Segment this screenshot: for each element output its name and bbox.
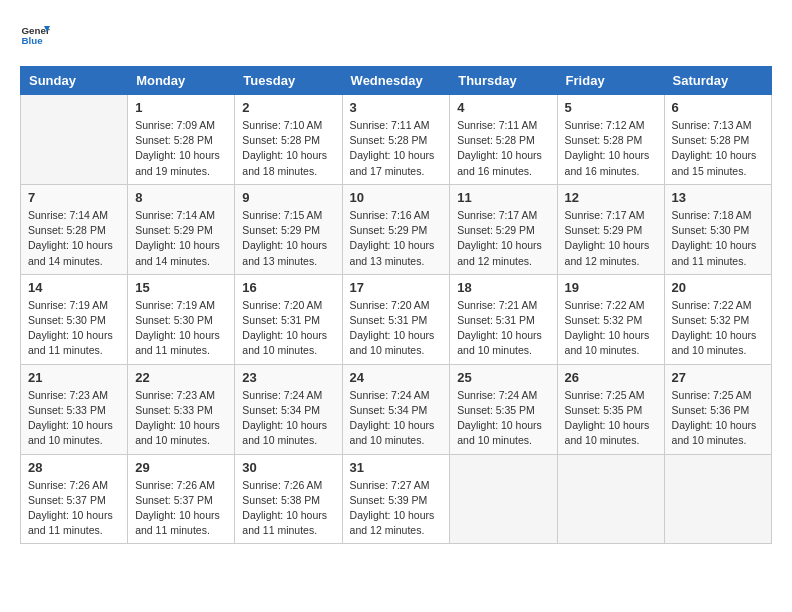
calendar-cell: 23Sunrise: 7:24 AMSunset: 5:34 PMDayligh… <box>235 364 342 454</box>
day-number: 25 <box>457 370 549 385</box>
calendar-cell: 21Sunrise: 7:23 AMSunset: 5:33 PMDayligh… <box>21 364 128 454</box>
calendar-cell: 2Sunrise: 7:10 AMSunset: 5:28 PMDaylight… <box>235 95 342 185</box>
day-info: Sunrise: 7:22 AMSunset: 5:32 PMDaylight:… <box>565 298 657 359</box>
day-info: Sunrise: 7:26 AMSunset: 5:38 PMDaylight:… <box>242 478 334 539</box>
calendar-week-row: 28Sunrise: 7:26 AMSunset: 5:37 PMDayligh… <box>21 454 772 544</box>
day-number: 4 <box>457 100 549 115</box>
day-number: 29 <box>135 460 227 475</box>
day-header-wednesday: Wednesday <box>342 67 450 95</box>
day-info: Sunrise: 7:17 AMSunset: 5:29 PMDaylight:… <box>565 208 657 269</box>
day-info: Sunrise: 7:19 AMSunset: 5:30 PMDaylight:… <box>135 298 227 359</box>
calendar-cell: 27Sunrise: 7:25 AMSunset: 5:36 PMDayligh… <box>664 364 771 454</box>
logo-icon: General Blue <box>20 20 50 50</box>
day-info: Sunrise: 7:21 AMSunset: 5:31 PMDaylight:… <box>457 298 549 359</box>
day-number: 19 <box>565 280 657 295</box>
day-number: 24 <box>350 370 443 385</box>
calendar-cell: 8Sunrise: 7:14 AMSunset: 5:29 PMDaylight… <box>128 184 235 274</box>
calendar-cell: 14Sunrise: 7:19 AMSunset: 5:30 PMDayligh… <box>21 274 128 364</box>
logo: General Blue <box>20 20 50 50</box>
day-info: Sunrise: 7:26 AMSunset: 5:37 PMDaylight:… <box>135 478 227 539</box>
day-number: 1 <box>135 100 227 115</box>
calendar-cell: 10Sunrise: 7:16 AMSunset: 5:29 PMDayligh… <box>342 184 450 274</box>
day-number: 10 <box>350 190 443 205</box>
day-number: 6 <box>672 100 764 115</box>
day-info: Sunrise: 7:11 AMSunset: 5:28 PMDaylight:… <box>350 118 443 179</box>
day-number: 26 <box>565 370 657 385</box>
day-number: 11 <box>457 190 549 205</box>
day-info: Sunrise: 7:26 AMSunset: 5:37 PMDaylight:… <box>28 478 120 539</box>
calendar-cell: 12Sunrise: 7:17 AMSunset: 5:29 PMDayligh… <box>557 184 664 274</box>
calendar-cell: 6Sunrise: 7:13 AMSunset: 5:28 PMDaylight… <box>664 95 771 185</box>
day-info: Sunrise: 7:25 AMSunset: 5:35 PMDaylight:… <box>565 388 657 449</box>
calendar-cell: 7Sunrise: 7:14 AMSunset: 5:28 PMDaylight… <box>21 184 128 274</box>
day-info: Sunrise: 7:10 AMSunset: 5:28 PMDaylight:… <box>242 118 334 179</box>
calendar-week-row: 7Sunrise: 7:14 AMSunset: 5:28 PMDaylight… <box>21 184 772 274</box>
day-info: Sunrise: 7:13 AMSunset: 5:28 PMDaylight:… <box>672 118 764 179</box>
calendar-cell: 17Sunrise: 7:20 AMSunset: 5:31 PMDayligh… <box>342 274 450 364</box>
calendar-cell: 25Sunrise: 7:24 AMSunset: 5:35 PMDayligh… <box>450 364 557 454</box>
calendar-cell: 30Sunrise: 7:26 AMSunset: 5:38 PMDayligh… <box>235 454 342 544</box>
day-number: 3 <box>350 100 443 115</box>
day-info: Sunrise: 7:24 AMSunset: 5:34 PMDaylight:… <box>350 388 443 449</box>
day-info: Sunrise: 7:17 AMSunset: 5:29 PMDaylight:… <box>457 208 549 269</box>
calendar-cell: 13Sunrise: 7:18 AMSunset: 5:30 PMDayligh… <box>664 184 771 274</box>
calendar-cell: 11Sunrise: 7:17 AMSunset: 5:29 PMDayligh… <box>450 184 557 274</box>
calendar-cell: 16Sunrise: 7:20 AMSunset: 5:31 PMDayligh… <box>235 274 342 364</box>
calendar-cell: 19Sunrise: 7:22 AMSunset: 5:32 PMDayligh… <box>557 274 664 364</box>
page-header: General Blue <box>20 20 772 50</box>
calendar-cell <box>21 95 128 185</box>
day-info: Sunrise: 7:14 AMSunset: 5:28 PMDaylight:… <box>28 208 120 269</box>
calendar-cell <box>557 454 664 544</box>
day-info: Sunrise: 7:15 AMSunset: 5:29 PMDaylight:… <box>242 208 334 269</box>
day-number: 22 <box>135 370 227 385</box>
day-info: Sunrise: 7:27 AMSunset: 5:39 PMDaylight:… <box>350 478 443 539</box>
calendar-header-row: SundayMondayTuesdayWednesdayThursdayFrid… <box>21 67 772 95</box>
day-info: Sunrise: 7:22 AMSunset: 5:32 PMDaylight:… <box>672 298 764 359</box>
day-info: Sunrise: 7:14 AMSunset: 5:29 PMDaylight:… <box>135 208 227 269</box>
day-number: 21 <box>28 370 120 385</box>
calendar-cell <box>450 454 557 544</box>
calendar-cell <box>664 454 771 544</box>
day-info: Sunrise: 7:11 AMSunset: 5:28 PMDaylight:… <box>457 118 549 179</box>
day-info: Sunrise: 7:20 AMSunset: 5:31 PMDaylight:… <box>350 298 443 359</box>
calendar-cell: 1Sunrise: 7:09 AMSunset: 5:28 PMDaylight… <box>128 95 235 185</box>
calendar-cell: 3Sunrise: 7:11 AMSunset: 5:28 PMDaylight… <box>342 95 450 185</box>
calendar-cell: 28Sunrise: 7:26 AMSunset: 5:37 PMDayligh… <box>21 454 128 544</box>
day-number: 2 <box>242 100 334 115</box>
day-info: Sunrise: 7:20 AMSunset: 5:31 PMDaylight:… <box>242 298 334 359</box>
calendar-week-row: 14Sunrise: 7:19 AMSunset: 5:30 PMDayligh… <box>21 274 772 364</box>
calendar-cell: 4Sunrise: 7:11 AMSunset: 5:28 PMDaylight… <box>450 95 557 185</box>
day-number: 18 <box>457 280 549 295</box>
day-number: 8 <box>135 190 227 205</box>
day-info: Sunrise: 7:18 AMSunset: 5:30 PMDaylight:… <box>672 208 764 269</box>
calendar-cell: 18Sunrise: 7:21 AMSunset: 5:31 PMDayligh… <box>450 274 557 364</box>
day-number: 15 <box>135 280 227 295</box>
svg-text:Blue: Blue <box>22 35 44 46</box>
calendar-cell: 9Sunrise: 7:15 AMSunset: 5:29 PMDaylight… <box>235 184 342 274</box>
calendar-cell: 24Sunrise: 7:24 AMSunset: 5:34 PMDayligh… <box>342 364 450 454</box>
day-number: 23 <box>242 370 334 385</box>
day-number: 7 <box>28 190 120 205</box>
day-header-thursday: Thursday <box>450 67 557 95</box>
day-number: 31 <box>350 460 443 475</box>
day-info: Sunrise: 7:25 AMSunset: 5:36 PMDaylight:… <box>672 388 764 449</box>
day-number: 9 <box>242 190 334 205</box>
calendar-cell: 29Sunrise: 7:26 AMSunset: 5:37 PMDayligh… <box>128 454 235 544</box>
day-number: 12 <box>565 190 657 205</box>
calendar-week-row: 1Sunrise: 7:09 AMSunset: 5:28 PMDaylight… <box>21 95 772 185</box>
day-header-tuesday: Tuesday <box>235 67 342 95</box>
calendar-week-row: 21Sunrise: 7:23 AMSunset: 5:33 PMDayligh… <box>21 364 772 454</box>
day-number: 14 <box>28 280 120 295</box>
day-number: 30 <box>242 460 334 475</box>
day-info: Sunrise: 7:12 AMSunset: 5:28 PMDaylight:… <box>565 118 657 179</box>
calendar-cell: 20Sunrise: 7:22 AMSunset: 5:32 PMDayligh… <box>664 274 771 364</box>
day-header-monday: Monday <box>128 67 235 95</box>
calendar-cell: 22Sunrise: 7:23 AMSunset: 5:33 PMDayligh… <box>128 364 235 454</box>
day-header-friday: Friday <box>557 67 664 95</box>
day-number: 20 <box>672 280 764 295</box>
day-number: 27 <box>672 370 764 385</box>
day-number: 13 <box>672 190 764 205</box>
day-number: 28 <box>28 460 120 475</box>
day-header-sunday: Sunday <box>21 67 128 95</box>
calendar-table: SundayMondayTuesdayWednesdayThursdayFrid… <box>20 66 772 544</box>
